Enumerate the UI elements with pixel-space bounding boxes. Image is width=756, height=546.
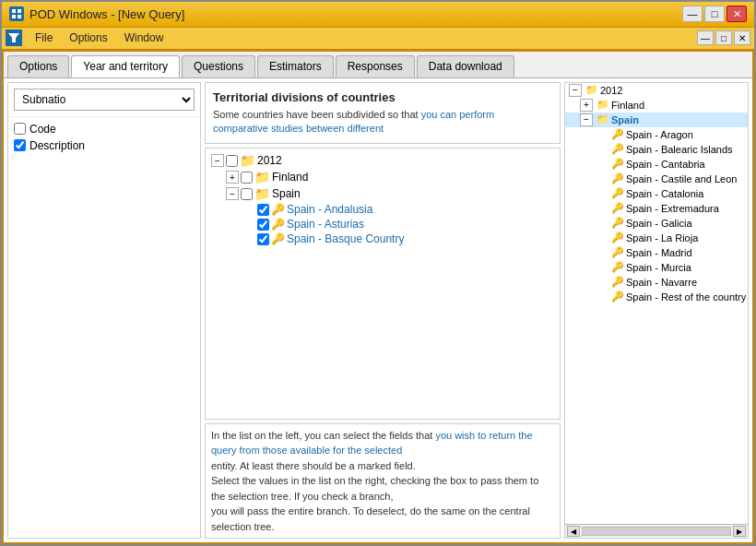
svg-rect-1 bbox=[18, 9, 21, 13]
center-tree[interactable]: − 📁 2012 + 📁 Finland − bbox=[205, 148, 561, 419]
checkbox-finland[interactable] bbox=[241, 172, 253, 184]
tab-data-download[interactable]: Data download bbox=[417, 55, 514, 77]
checkbox-andalusia[interactable] bbox=[257, 204, 269, 216]
right-panel[interactable]: − 📁 2012 + 📁 Finland − 📁 Spain bbox=[564, 82, 749, 524]
title-bar: POD Windows - [New Query] — □ ✕ bbox=[2, 2, 754, 28]
checkbox-2012[interactable] bbox=[226, 155, 238, 167]
expand-finland[interactable]: + bbox=[226, 171, 239, 184]
right-panel-wrapper: − 📁 2012 + 📁 Finland − 📁 Spain bbox=[564, 82, 749, 539]
code-checkbox-row: Code bbox=[14, 123, 195, 136]
spacer bbox=[595, 261, 608, 274]
expand-empty bbox=[242, 203, 255, 216]
right-item-madrid[interactable]: 🔑 Spain - Madrid bbox=[565, 245, 748, 260]
tree-item-asturias[interactable]: 🔑 Spain - Asturias bbox=[209, 217, 556, 231]
minimize-button[interactable]: — bbox=[682, 6, 703, 22]
file-icon-right-extremadura: 🔑 bbox=[611, 202, 624, 214]
tab-bar: Options Year and territory Questions Est… bbox=[4, 52, 752, 77]
info-text-blue: you can perform comparative studies betw… bbox=[213, 109, 494, 134]
folder-icon: 📁 bbox=[240, 153, 255, 168]
tree-item-finland[interactable]: + 📁 Finland bbox=[209, 169, 556, 185]
tree-item-basque[interactable]: 🔑 Spain - Basque Country bbox=[209, 231, 556, 246]
file-icon-right-rest: 🔑 bbox=[611, 291, 624, 303]
expand-right-finland[interactable]: + bbox=[580, 99, 593, 112]
label-asturias: Spain - Asturias bbox=[287, 218, 364, 231]
spacer bbox=[595, 202, 608, 215]
file-icon-right-navarre: 🔑 bbox=[611, 276, 624, 288]
expand-right-2012[interactable]: − bbox=[569, 84, 582, 97]
file-icon-right-galicia: 🔑 bbox=[611, 217, 624, 229]
right-item-catalonia[interactable]: 🔑 Spain - Catalonia bbox=[565, 186, 748, 201]
description-checkbox-row: Description bbox=[14, 139, 195, 152]
right-item-balearic[interactable]: 🔑 Spain - Balearic Islands bbox=[565, 142, 748, 157]
right-item-finland[interactable]: + 📁 Finland bbox=[565, 98, 748, 113]
menu-close[interactable]: ✕ bbox=[734, 30, 750, 45]
scroll-left-arrow[interactable]: ◀ bbox=[567, 526, 580, 537]
tab-year-territory[interactable]: Year and territory bbox=[71, 55, 180, 77]
description-label: Description bbox=[30, 139, 85, 152]
menu-window[interactable]: Window bbox=[117, 30, 171, 46]
right-item-murcia[interactable]: 🔑 Spain - Murcia bbox=[565, 260, 748, 275]
subnatio-dropdown[interactable]: Subnatio National Regional bbox=[14, 89, 195, 111]
filter-icon[interactable] bbox=[6, 30, 22, 46]
spacer bbox=[595, 276, 608, 289]
right-item-cantabria[interactable]: 🔑 Spain - Cantabria bbox=[565, 157, 748, 172]
file-icon-right-balearic: 🔑 bbox=[611, 143, 624, 155]
dropdown-row: Subnatio National Regional bbox=[8, 83, 200, 117]
expand-empty3 bbox=[242, 232, 255, 245]
label-right-rest: Spain - Rest of the country bbox=[626, 291, 746, 303]
right-item-aragon[interactable]: 🔑 Spain - Aragon bbox=[565, 127, 748, 142]
right-item-spain[interactable]: − 📁 Spain bbox=[565, 113, 748, 127]
spacer bbox=[595, 143, 608, 156]
menu-bar: File Options Window — □ ✕ bbox=[2, 28, 754, 50]
expand-spain[interactable]: − bbox=[226, 187, 239, 200]
file-icon-andalusia: 🔑 bbox=[271, 203, 285, 216]
scroll-right-arrow[interactable]: ▶ bbox=[733, 526, 746, 537]
label-right-extremadura: Spain - Extremadura bbox=[626, 203, 719, 214]
status-line1: In the list on the left, you can select … bbox=[211, 428, 554, 458]
label-right-navarre: Spain - Navarre bbox=[626, 277, 697, 288]
menu-file[interactable]: File bbox=[28, 30, 60, 46]
tab-responses[interactable]: Responses bbox=[336, 55, 415, 77]
checkbox-asturias[interactable] bbox=[257, 219, 269, 231]
right-item-extremadura[interactable]: 🔑 Spain - Extremadura bbox=[565, 201, 748, 216]
right-item-castile-leon[interactable]: 🔑 Spain - Castile and Leon bbox=[565, 172, 748, 186]
folder-icon-right-spain: 📁 bbox=[597, 113, 609, 125]
window-controls: — □ ✕ bbox=[682, 6, 747, 22]
right-item-rest[interactable]: 🔑 Spain - Rest of the country bbox=[565, 290, 748, 304]
svg-rect-3 bbox=[18, 15, 21, 18]
code-label: Code bbox=[30, 123, 56, 136]
expand-right-spain[interactable]: − bbox=[580, 113, 593, 126]
menu-minimize[interactable]: — bbox=[697, 30, 714, 45]
code-checkbox[interactable] bbox=[14, 123, 26, 135]
right-item-galicia[interactable]: 🔑 Spain - Galicia bbox=[565, 216, 748, 231]
tree-item-2012[interactable]: − 📁 2012 bbox=[209, 152, 556, 169]
label-2012: 2012 bbox=[257, 154, 282, 167]
right-item-la-rioja[interactable]: 🔑 Spain - La Rioja bbox=[565, 231, 748, 245]
right-item-2012[interactable]: − 📁 2012 bbox=[565, 83, 748, 98]
description-checkbox[interactable] bbox=[14, 139, 26, 151]
scroll-track[interactable] bbox=[582, 527, 731, 536]
menu-restore[interactable]: □ bbox=[715, 30, 732, 45]
file-icon-right-catalonia: 🔑 bbox=[611, 187, 624, 199]
expand-2012[interactable]: − bbox=[211, 154, 224, 167]
file-icon-right-la-rioja: 🔑 bbox=[611, 231, 624, 243]
file-icon-asturias: 🔑 bbox=[271, 218, 285, 231]
right-item-navarre[interactable]: 🔑 Spain - Navarre bbox=[565, 275, 748, 290]
label-right-balearic: Spain - Balearic Islands bbox=[626, 144, 733, 155]
menu-options[interactable]: Options bbox=[62, 30, 114, 46]
tab-questions[interactable]: Questions bbox=[182, 55, 255, 77]
close-button[interactable]: ✕ bbox=[726, 6, 747, 22]
expand-empty2 bbox=[242, 218, 255, 231]
checkbox-spain[interactable] bbox=[241, 188, 253, 200]
label-right-finland: Finland bbox=[611, 100, 644, 111]
tab-estimators[interactable]: Estimators bbox=[257, 55, 334, 77]
left-panel: Subnatio National Regional Code Descript… bbox=[7, 82, 201, 539]
tree-item-spain[interactable]: − 📁 Spain bbox=[209, 185, 556, 202]
tree-item-andalusia[interactable]: 🔑 Spain - Andalusia bbox=[209, 202, 556, 217]
label-spain: Spain bbox=[272, 187, 301, 200]
tab-options[interactable]: Options bbox=[7, 55, 69, 77]
checkbox-basque[interactable] bbox=[257, 233, 269, 245]
status-line3: Select the values in the list on the rig… bbox=[211, 473, 554, 504]
restore-button[interactable]: □ bbox=[704, 6, 725, 22]
label-right-catalonia: Spain - Catalonia bbox=[626, 188, 703, 199]
